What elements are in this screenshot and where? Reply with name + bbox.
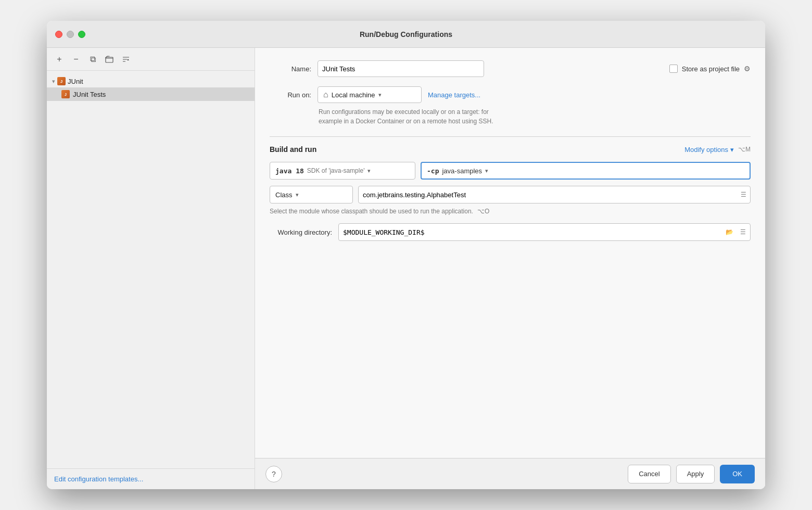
sort-icon (122, 55, 130, 63)
working-dir-label: Working directory: (270, 228, 332, 236)
move-to-group-button[interactable] (102, 52, 117, 67)
class-dropdown[interactable]: Class ▾ (270, 186, 353, 203)
manage-targets-link[interactable]: Manage targets... (428, 91, 480, 99)
classpath-shortcut: ⌥O (477, 208, 489, 215)
cp-label: -cp (427, 167, 439, 175)
class-dropdown-arrow: ▾ (296, 192, 299, 198)
add-configuration-button[interactable]: + (52, 52, 67, 67)
working-dir-row: Working directory: 📂 ☰ (270, 223, 751, 241)
java-dropdown-arrow: ▾ (367, 168, 371, 174)
ok-button[interactable]: OK (720, 465, 755, 483)
home-icon: ⌂ (323, 90, 328, 99)
class-browse-icon[interactable]: ☰ (741, 191, 746, 198)
class-input[interactable] (358, 186, 751, 203)
junit-item-icon: J (61, 90, 70, 98)
run-on-info-text: Run configurations may be executed local… (319, 107, 751, 126)
store-as-project-label: Store as project file (682, 65, 740, 73)
minimize-button[interactable] (67, 31, 74, 38)
junit-group-label: JUnit (68, 78, 83, 85)
name-row: Name: Store as project file ⚙ (270, 60, 751, 77)
cp-value: java-samples (442, 167, 482, 175)
run-on-row: Run on: ⌂ Local machine ▾ Manage targets… (270, 86, 751, 103)
store-as-project-checkbox[interactable] (669, 65, 678, 73)
sidebar-toolbar: + − ⧉ (47, 48, 255, 71)
run-on-dropdown-arrow: ▾ (378, 92, 382, 98)
junit-group: ▾ J JUnit J JUnit Tests (47, 73, 255, 103)
junit-group-icon: J (57, 77, 66, 85)
class-label: Class (275, 191, 293, 199)
build-row: java 18 SDK of 'java-sample' ▾ -cp java-… (270, 162, 751, 180)
class-row: Class ▾ ☰ (270, 186, 751, 203)
classpath-hint-text: Select the module whose classpath should… (270, 208, 473, 215)
java-sdk-text: SDK of 'java-sample' (307, 167, 365, 174)
cancel-button[interactable]: Cancel (628, 465, 670, 483)
action-buttons: Cancel Apply OK (628, 465, 755, 483)
section-divider (270, 136, 751, 137)
working-dir-input[interactable] (338, 223, 751, 241)
classpath-hint: Select the module whose classpath should… (270, 208, 751, 215)
main-content: + − ⧉ (47, 48, 765, 489)
name-label: Name: (270, 65, 311, 73)
window-title: Run/Debug Configurations (360, 30, 452, 39)
junit-tests-item[interactable]: J JUnit Tests (47, 87, 255, 101)
traffic-lights (55, 31, 85, 38)
edit-configuration-templates-link[interactable]: Edit configuration templates... (54, 475, 143, 483)
run-debug-configurations-window: Run/Debug Configurations + − ⧉ (47, 21, 765, 489)
build-and-run-header: Build and run Modify options ▾ ⌥M (270, 145, 751, 154)
help-button[interactable]: ? (265, 466, 282, 482)
cp-dropdown[interactable]: -cp java-samples ▾ (421, 162, 751, 180)
store-gear-icon[interactable]: ⚙ (744, 65, 751, 73)
maximize-button[interactable] (78, 31, 85, 38)
run-on-dropdown[interactable]: ⌂ Local machine ▾ (318, 86, 422, 103)
title-bar: Run/Debug Configurations (47, 21, 765, 48)
modify-options-shortcut: ⌥M (738, 146, 751, 153)
sidebar-tree: ▾ J JUnit J JUnit Tests (47, 71, 255, 468)
junit-tests-label: JUnit Tests (73, 91, 106, 98)
modify-options-button[interactable]: Modify options ▾ (684, 146, 734, 154)
local-machine-text: Local machine (332, 91, 375, 99)
modify-options-label: Modify options (684, 146, 728, 154)
run-on-label: Run on: (270, 91, 311, 99)
config-area: Name: Store as project file ⚙ Run on: ⌂ … (255, 48, 765, 458)
build-and-run-title: Build and run (270, 145, 316, 154)
cp-dropdown-arrow: ▾ (485, 168, 488, 174)
folder-browse-icon[interactable]: 📂 (724, 226, 735, 238)
class-input-wrapper: ☰ (358, 186, 751, 203)
sort-button[interactable] (119, 52, 133, 67)
working-dir-input-wrapper: 📂 ☰ (338, 223, 751, 241)
folder-icon (105, 55, 113, 63)
working-dir-variable-icon[interactable]: ☰ (737, 226, 748, 238)
store-as-project-row: Store as project file ⚙ (669, 65, 751, 73)
working-dir-icons: 📂 ☰ (724, 226, 748, 238)
name-input[interactable] (318, 60, 484, 77)
sidebar: + − ⧉ (47, 48, 255, 489)
copy-configuration-button[interactable]: ⧉ (85, 52, 100, 67)
apply-button[interactable]: Apply (676, 465, 715, 483)
sidebar-footer: Edit configuration templates... (47, 468, 255, 489)
right-panel: Name: Store as project file ⚙ Run on: ⌂ … (255, 48, 765, 489)
modify-options-chevron-icon: ▾ (730, 146, 734, 154)
close-button[interactable] (55, 31, 62, 38)
remove-configuration-button[interactable]: − (69, 52, 83, 67)
junit-group-header[interactable]: ▾ J JUnit (47, 75, 255, 87)
info-text-content: Run configurations may be executed local… (319, 108, 493, 125)
java-version-dropdown[interactable]: java 18 SDK of 'java-sample' ▾ (270, 162, 415, 180)
java-version-text: java 18 (275, 167, 304, 175)
chevron-down-icon: ▾ (52, 78, 55, 85)
bottom-bar: ? Cancel Apply OK (255, 458, 765, 489)
